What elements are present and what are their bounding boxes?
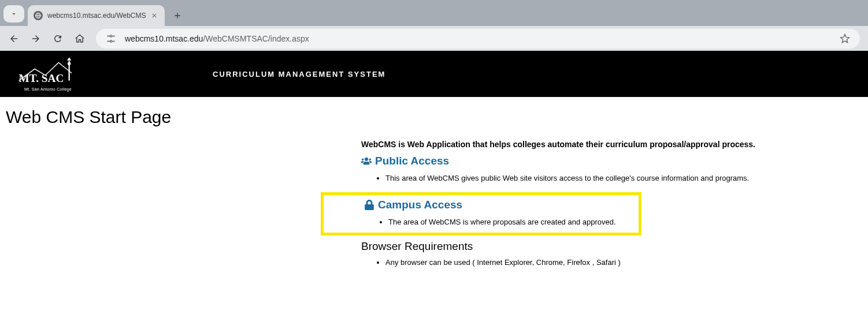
list-item: Any browser can be used ( Internet Explo… xyxy=(385,257,800,268)
site-logo[interactable]: MT. SAC Mt. San Antonio College xyxy=(16,57,80,91)
tab-search-dropdown[interactable] xyxy=(3,5,24,23)
list-item: This area of WebCMS gives public Web sit… xyxy=(385,173,800,184)
page-title: Web CMS Start Page xyxy=(6,107,862,127)
star-icon xyxy=(840,33,850,44)
close-icon[interactable] xyxy=(150,11,159,20)
campus-access-link[interactable]: Campus Access xyxy=(364,199,462,211)
url-text: webcms10.mtsac.edu/WebCMSMTSAC/index.asp… xyxy=(125,34,837,43)
intro-text: WebCMS is Web Application that helps col… xyxy=(361,140,800,149)
address-bar[interactable]: webcms10.mtsac.edu/WebCMSMTSAC/index.asp… xyxy=(96,29,860,48)
campus-access-highlight: Campus Access The area of WebCMS is wher… xyxy=(321,192,641,235)
svg-point-5 xyxy=(110,35,112,36)
public-access-label: Public Access xyxy=(375,155,449,167)
list-item: The area of WebCMS is where proposals ar… xyxy=(388,217,635,228)
public-access-link[interactable]: Public Access xyxy=(361,155,449,167)
browser-req-desc: Any browser can be used ( Internet Explo… xyxy=(385,257,800,268)
svg-point-8 xyxy=(110,40,112,42)
globe-icon xyxy=(34,11,43,20)
forward-button[interactable] xyxy=(27,29,45,48)
svg-point-10 xyxy=(68,62,71,66)
lock-icon xyxy=(364,200,374,210)
page-content: Web CMS Start Page WebCMS is Web Applica… xyxy=(0,97,868,288)
back-button[interactable] xyxy=(5,29,23,48)
users-icon xyxy=(361,156,372,166)
arrow-right-icon xyxy=(31,33,41,44)
chevron-down-icon xyxy=(10,10,17,17)
reload-icon xyxy=(53,33,63,44)
reload-button[interactable] xyxy=(49,29,67,48)
logo-subtitle: Mt. San Antonio College xyxy=(24,87,72,91)
campus-access-desc: The area of WebCMS is where proposals ar… xyxy=(388,217,635,228)
site-settings-icon[interactable] xyxy=(103,32,119,45)
campus-access-label: Campus Access xyxy=(378,199,462,211)
browser-tab[interactable]: webcms10.mtsac.edu/WebCMS xyxy=(28,5,165,26)
browser-req-heading: Browser Requirements xyxy=(361,240,800,253)
svg-text:MT. SAC: MT. SAC xyxy=(19,72,64,84)
new-tab-button[interactable] xyxy=(169,8,186,24)
tab-title: webcms10.mtsac.edu/WebCMS xyxy=(47,12,146,20)
arrow-left-icon xyxy=(9,33,19,44)
bookmark-button[interactable] xyxy=(837,31,853,47)
plus-icon xyxy=(173,11,182,20)
home-button[interactable] xyxy=(71,29,89,48)
site-header: MT. SAC Mt. San Antonio College CURRICUL… xyxy=(0,51,868,97)
header-title: CURRICULUM MANAGEMENT SYSTEM xyxy=(213,70,385,78)
mtsac-logo-icon: MT. SAC xyxy=(16,57,80,87)
browser-tab-strip: webcms10.mtsac.edu/WebCMS xyxy=(0,0,868,26)
home-icon xyxy=(75,33,85,44)
public-access-desc: This area of WebCMS gives public Web sit… xyxy=(385,173,800,184)
browser-toolbar: webcms10.mtsac.edu/WebCMSMTSAC/index.asp… xyxy=(0,26,868,51)
